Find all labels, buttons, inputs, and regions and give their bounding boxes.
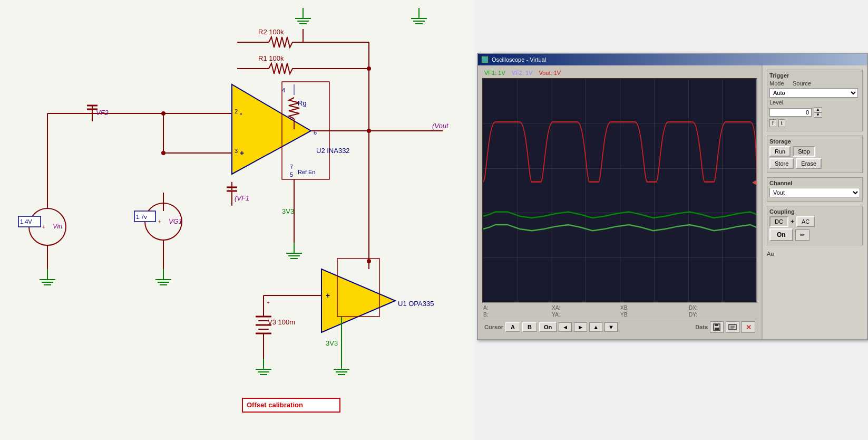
svg-text:1.7v: 1.7v (136, 214, 147, 220)
cursor-b-button[interactable]: B (522, 322, 537, 332)
measurements-area: A: XA: XB: DX: B: YA: YB: DY: (482, 303, 757, 319)
svg-text:+: + (326, 291, 330, 300)
pencil-button[interactable]: ✏ (795, 229, 810, 241)
svg-text:+: + (158, 219, 161, 225)
trigger-mode-label: Mode (769, 80, 791, 87)
data-section: Data ✕ (695, 321, 755, 333)
dy-label: DY: (689, 312, 756, 318)
trigger-arrow-indicator (752, 179, 757, 186)
svg-rect-120 (715, 328, 719, 330)
stop-button[interactable]: Stop (793, 146, 815, 157)
store-button[interactable]: Store (769, 158, 794, 169)
dc-button[interactable]: DC (769, 216, 788, 227)
cursor-down-button[interactable]: ▼ (604, 322, 618, 332)
svg-text:Vin: Vin (53, 222, 63, 230)
trigger-level-up[interactable]: ▲ (814, 107, 822, 112)
svg-text:1.4V: 1.4V (20, 218, 32, 225)
svg-text:+: + (240, 149, 244, 157)
trigger-mode-source-row: Mode Source (769, 80, 860, 87)
run-button[interactable]: Run (769, 146, 791, 157)
storage-section: Storage Run Stop Store Erase (767, 136, 863, 173)
oscilloscope-panel: Oscilloscope - Virtual VF1: 1V VF2: 1V V… (477, 53, 868, 340)
svg-text:+: + (267, 300, 270, 305)
trigger-f-button[interactable]: f (769, 119, 776, 127)
svg-point-84 (367, 259, 371, 263)
b-label: B: (483, 312, 551, 318)
cursor-on-button[interactable]: On (539, 322, 557, 332)
cursor-a-button[interactable]: A (505, 322, 520, 332)
coupling-section-title: Coupling (769, 208, 860, 215)
storage-store-erase-row: Store Erase (769, 158, 860, 169)
storage-section-title: Storage (769, 138, 860, 145)
yb-label: YB: (620, 312, 688, 318)
vf2-channel-label: VF2: 1V (512, 70, 533, 76)
cursor-data-bar: Cursor A B On ◄ ► ▲ ▼ Data ✕ (482, 319, 757, 335)
trigger-section: Trigger Mode Source Auto Level (767, 70, 863, 131)
channel-section: Channel Vout VF1 VF2 (767, 177, 863, 202)
svg-text:En: En (308, 169, 315, 175)
trigger-level-row: Level (769, 99, 860, 106)
svg-text:VF2: VF2 (96, 109, 109, 117)
xa-label: XA: (552, 305, 619, 311)
svg-rect-0 (0, 0, 474, 440)
cursor-left-button[interactable]: ◄ (559, 322, 572, 332)
svg-text:U1 OPA335: U1 OPA335 (398, 300, 434, 308)
svg-text:(VF1: (VF1 (235, 194, 249, 202)
on-button[interactable]: On (769, 228, 793, 241)
svg-text:VG1: VG1 (169, 217, 182, 225)
oscilloscope-controls: Trigger Mode Source Auto Level (762, 65, 867, 339)
channel-labels: VF1: 1V VF2: 1V Vout: 1V (482, 70, 757, 76)
xb-label: XB: (620, 305, 688, 311)
schematic-svg: 2 3 6 4 7 5 Ref En - + + 1.7v (0, 0, 474, 440)
svg-text:3V3: 3V3 (282, 207, 294, 215)
on-pencil-row: On ✏ (769, 228, 860, 241)
trigger-level-down[interactable]: ▼ (814, 112, 822, 118)
trigger-source-label: Source (793, 80, 814, 87)
schematic-area: 2 3 6 4 7 5 Ref En - + + 1.7v (0, 0, 474, 440)
oscilloscope-titlebar: Oscilloscope - Virtual (478, 54, 867, 65)
svg-text:3V3: 3V3 (326, 339, 338, 347)
svg-text:4: 4 (282, 87, 285, 93)
vf1-channel-label: VF1: 1V (484, 70, 505, 76)
a-label: A: (483, 305, 551, 311)
trigger-section-title: Trigger (769, 72, 860, 79)
oscilloscope-display-area: VF1: 1V VF2: 1V Vout: 1V (478, 65, 762, 339)
coupling-buttons-row: DC + AC (769, 216, 860, 227)
channel-select[interactable]: Vout VF1 VF2 (769, 188, 860, 197)
waveform-svg (483, 79, 756, 302)
erase-button[interactable]: Erase (796, 158, 822, 169)
data-section-label: Data (695, 324, 708, 330)
cursor-right-button[interactable]: ► (574, 322, 587, 332)
vout-channel-label: Vout: 1V (539, 70, 561, 76)
data-clear-button[interactable]: ✕ (742, 321, 755, 333)
svg-text:Ref: Ref (298, 169, 307, 175)
svg-text:V3 100m: V3 100m (268, 318, 295, 326)
trigger-level-spinner: ▲ ▼ (814, 107, 822, 118)
trigger-t-button[interactable]: t (778, 119, 785, 127)
coupling-plus-sign: + (791, 218, 794, 225)
svg-rect-119 (715, 324, 718, 326)
oscilloscope-title: Oscilloscope - Virtual (492, 56, 546, 63)
svg-point-73 (161, 151, 165, 155)
data-save-button[interactable] (710, 321, 724, 333)
trigger-mode-select[interactable]: Auto (769, 88, 858, 98)
svg-text:3: 3 (235, 148, 238, 154)
ya-label: YA: (552, 312, 619, 318)
trigger-f-t-row: f t (769, 119, 860, 127)
oscilloscope-title-icon (481, 56, 489, 63)
svg-text:Rg: Rg (298, 99, 307, 107)
cursor-up-button[interactable]: ▲ (589, 322, 602, 332)
oscilloscope-screen (482, 78, 757, 303)
trigger-level-input[interactable] (769, 108, 812, 117)
coupling-section: Coupling DC + AC On ✏ (767, 206, 863, 245)
channel-select-row: Vout VF1 VF2 (769, 188, 860, 197)
dx-label: DX: (689, 305, 756, 311)
svg-text:+: + (42, 224, 45, 230)
svg-text:(Vout: (Vout (432, 122, 449, 130)
svg-text:-: - (240, 109, 242, 118)
data-export-button[interactable] (726, 321, 739, 333)
svg-text:U2 INA332: U2 INA332 (316, 147, 350, 155)
trigger-mode-select-row: Auto (769, 88, 860, 98)
ac-button[interactable]: AC (796, 216, 815, 227)
svg-text:7: 7 (290, 164, 293, 170)
